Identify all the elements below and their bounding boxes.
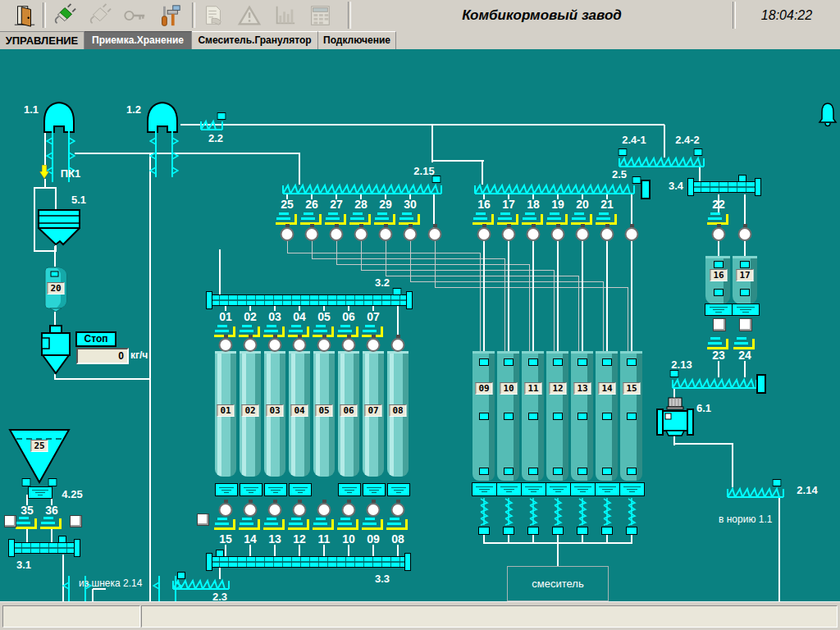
slide-gate-valve[interactable] [596,212,619,225]
discharge-screw[interactable] [553,497,563,526]
disconnect-button[interactable] [84,2,114,29]
exit-button[interactable] [10,2,39,29]
slide-gate-valve[interactable] [214,518,237,530]
screw-2-15[interactable] [281,183,443,196]
slide-gate-valve[interactable] [288,518,311,530]
slide-gate-valve[interactable] [263,518,286,530]
trend-chart-button[interactable] [270,2,299,29]
report-table-button[interactable] [305,2,335,29]
route-line [386,240,386,276]
bin-feeder[interactable] [595,482,620,496]
indicator-button[interactable] [197,514,209,526]
bin-feeder[interactable] [546,482,571,496]
screw-2-2[interactable] [199,119,224,132]
alarm-button[interactable] [235,2,264,29]
intake-tank[interactable] [38,208,80,248]
indicator-button[interactable] [4,515,16,527]
slide-gate-valve[interactable] [497,212,520,225]
chain-conveyor-3-1[interactable] [11,542,77,554]
bin-feeder[interactable] [732,304,760,316]
bin-feeder[interactable] [215,483,238,496]
bin-feeder[interactable] [387,483,410,496]
connect-button[interactable] [49,2,79,29]
bin-feeder[interactable] [28,486,52,499]
level-indicator [527,527,539,535]
bin-feeder[interactable] [496,482,522,496]
bin-feeder[interactable] [264,483,287,496]
slide-gate-valve[interactable] [472,212,495,225]
report-form-button[interactable] [199,2,228,29]
slide-gate-valve[interactable] [546,212,569,225]
slide-gate-valve[interactable] [362,518,385,530]
screw-2-4[interactable] [618,156,705,169]
status-panel-right [141,605,838,628]
slide-gate-valve[interactable] [313,518,336,530]
discharge-screw[interactable] [528,497,538,526]
level-indicator [578,358,587,366]
slide-gate-valve[interactable] [325,212,348,225]
bin-feeder[interactable] [289,483,312,496]
slide-gate-valve[interactable] [571,212,594,225]
slide-gate-valve[interactable] [239,518,262,530]
hopper-bin[interactable] [8,428,71,484]
indicator-button[interactable] [713,318,726,331]
number-plate: 11 [524,382,541,395]
report-table-icon [308,3,332,28]
slide-gate-valve[interactable] [707,212,730,225]
slide-gate-valve[interactable] [300,212,323,225]
bin-feeder[interactable] [363,483,386,496]
tab-podklyuchenie[interactable]: Подключение [318,31,396,49]
route-line [336,240,337,264]
level-indicator [48,478,57,486]
discharge-screw[interactable] [504,497,514,526]
weigher[interactable] [40,325,71,376]
key-button[interactable] [120,2,149,29]
tab-smesitel-granulyator[interactable]: Смеситель.Гранулятор [192,31,318,49]
chain-conveyor-3-3[interactable] [209,556,408,568]
chain-conveyor-3-4[interactable] [691,181,758,193]
slide-gate-valve[interactable] [733,337,756,349]
indicator-button[interactable] [70,515,82,527]
nav-management-label[interactable]: УПРАВЛЕНИЕ [0,31,84,49]
bin-feeder[interactable] [472,482,497,496]
bin-feeder[interactable] [338,483,361,496]
weigh-mixer-unit[interactable] [656,397,694,438]
tools-button[interactable] [155,2,185,29]
pipe-line [664,125,665,158]
bin-feeder[interactable] [240,483,262,496]
slide-gate-valve[interactable] [399,212,422,225]
mixer-box[interactable]: смеситель [507,566,609,601]
noria-head[interactable] [144,100,180,133]
bin-feeder[interactable] [570,482,596,496]
screw-2-14[interactable] [726,486,785,500]
screw-2-13[interactable] [671,377,758,390]
tab-priemka-khranenie[interactable]: Приемка.Хранение [84,31,192,49]
slide-gate-valve[interactable] [40,517,63,529]
discharge-screw[interactable] [627,497,637,526]
noria-head[interactable] [41,100,77,133]
slide-gate-valve[interactable] [16,517,39,529]
slide-gate-valve[interactable] [386,518,409,530]
slide-gate-valve[interactable] [374,212,397,225]
slide-gate-valve[interactable] [707,337,730,349]
port-circle [367,503,381,517]
alarm-bell-icon[interactable] [817,102,838,128]
slide-gate-valve[interactable] [349,212,372,225]
port-circle [391,503,405,517]
indicator-button[interactable] [739,318,752,331]
discharge-screw[interactable] [578,497,587,526]
slide-gate-valve[interactable] [522,212,545,225]
pipe-line [180,124,664,126]
discharge-screw[interactable] [479,497,489,526]
port-circle [738,227,752,241]
discharge-screw[interactable] [602,497,612,526]
pipe-line [718,361,719,377]
slide-gate-valve[interactable] [337,518,360,530]
screw-2-5[interactable] [473,183,636,196]
bin-feeder[interactable] [705,304,733,316]
slide-gate-valve[interactable] [276,212,299,225]
stop-button[interactable]: Стоп [75,331,116,347]
chain-conveyor-3-2[interactable] [209,294,409,306]
bin-feeder[interactable] [619,482,645,496]
bin-feeder[interactable] [521,482,546,496]
